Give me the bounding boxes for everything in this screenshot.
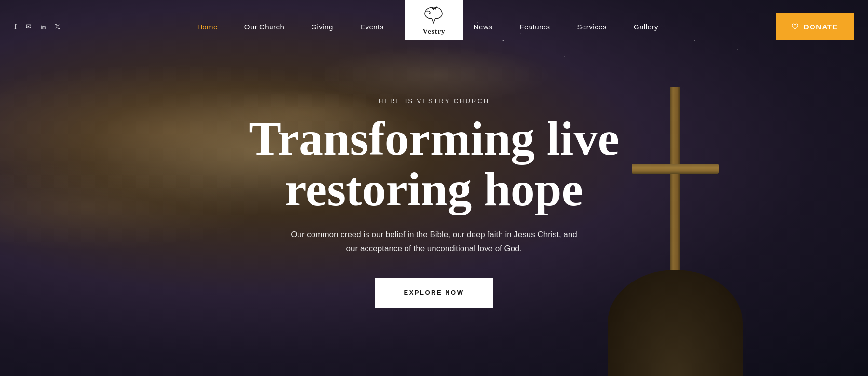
explore-button[interactable]: EXPLORE NOW [375,278,493,308]
heart-icon: ♡ [791,22,799,31]
instagram-icon[interactable]: ✉ [26,22,32,31]
hero-title-line2: restoring hope [285,162,583,216]
social-icons-group: f ✉ in 𝕏 [14,22,60,31]
twitter-icon[interactable]: 𝕏 [55,23,60,31]
nav-features[interactable]: Features [506,23,563,31]
dove-icon [423,6,445,25]
nav-gallery[interactable]: Gallery [620,23,672,31]
nav-giving[interactable]: Giving [298,23,347,31]
logo-text: Vestry [422,27,445,36]
donate-button[interactable]: ♡ DONATE [776,13,854,40]
hero-title: Transforming live restoring hope [249,113,619,215]
hero-title-line1: Transforming live [249,112,619,165]
nav-events[interactable]: Events [347,23,397,31]
nav-news[interactable]: News [460,23,506,31]
hero-description: Our common creed is our belief in the Bi… [285,228,583,256]
hero-content: HERE IS VESTRY CHURCH Transforming live … [0,0,868,376]
svg-point-0 [429,13,431,14]
donate-label: DONATE [804,23,838,31]
nav-home[interactable]: Home [184,23,231,31]
nav-our-church[interactable]: Our Church [231,23,298,31]
linkedin-icon[interactable]: in [41,23,46,30]
hero-subtitle: HERE IS VESTRY CHURCH [379,97,489,105]
logo[interactable]: Vestry [405,0,463,40]
nav-services[interactable]: Services [563,23,620,31]
facebook-icon[interactable]: f [14,23,17,31]
